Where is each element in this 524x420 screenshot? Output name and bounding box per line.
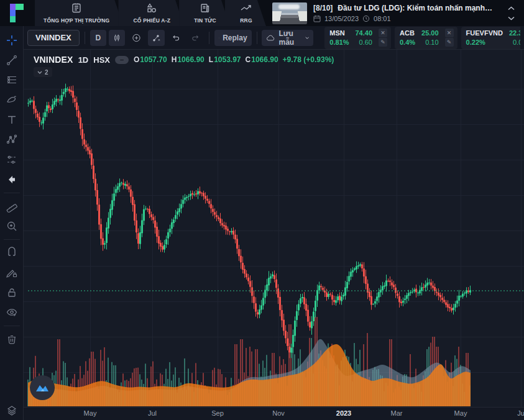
mountain-logo-icon [35, 383, 49, 393]
compare-add-button[interactable] [127, 30, 145, 46]
top-navigation: TỔNG HỢP THỊ TRƯỜNG CỔ PHIẾU A-Z TIN TỨC… [0, 0, 524, 26]
ticker-change: 0.10 [421, 39, 439, 46]
chart-legend: VNINDEX 1D HSX – O1057.70 H1066.90 L1053… [34, 55, 334, 65]
tab-market-summary[interactable]: TỔNG HỢP THỊ TRƯỜNG [35, 0, 123, 26]
replay-button[interactable]: Replay [214, 30, 252, 46]
time-axis[interactable]: May Jul Sep Nov 2023 Mar May Ju [24, 407, 524, 420]
chevron-down-icon [508, 16, 515, 21]
remove-ticker-button[interactable]: ✕ [379, 29, 387, 37]
undo-icon [172, 34, 180, 42]
drawing-mode-lock-tool[interactable] [2, 263, 21, 282]
symbol-search-input[interactable]: VNINDEX [27, 30, 80, 46]
watchlist-card-fuevfvnd[interactable]: FUEVFVND 22.31 › 0.22% 0.05 ✎ [461, 27, 520, 49]
lock-drawings-tool[interactable] [2, 283, 21, 302]
zoom-in-tool[interactable] [2, 217, 21, 235]
axis-label: Sep [211, 409, 224, 417]
ticker-percent: 0.81% [329, 39, 349, 46]
remove-ticker-button[interactable]: ✕ [445, 29, 454, 37]
axis-label: Ju [517, 409, 524, 417]
chevron-down-icon [305, 36, 309, 40]
watchlist-strip: MSN 74.40 ✕ 0.81% 0.60 ✎ ACB 25.00 ✕ 0.4… [316, 27, 520, 49]
redo-button[interactable] [187, 30, 204, 46]
broker-watermark-logo[interactable] [30, 375, 55, 400]
ticker-price: 74.40 [355, 29, 372, 37]
axis-label: May [454, 409, 467, 417]
divider [4, 239, 20, 240]
tab-rrg[interactable]: RRG [225, 0, 266, 26]
news-icon [200, 3, 211, 16]
tab-label: CỔ PHIẾU A-Z [133, 17, 170, 24]
cloud-icon [266, 34, 275, 42]
divider [209, 32, 209, 44]
ticker-percent: 0.22% [466, 39, 503, 46]
app-logo[interactable] [0, 0, 35, 26]
edit-ticker-button[interactable]: ✎ [445, 38, 454, 47]
measure-tool[interactable] [2, 197, 21, 216]
magnet-tool[interactable] [2, 244, 21, 262]
axis-label: May [84, 409, 97, 417]
ticker-change: 0.60 [355, 39, 372, 46]
axis-label: 2023 [336, 409, 351, 417]
collapse-toolbar-arrow[interactable] [2, 170, 21, 189]
news-thumbnail [272, 2, 307, 24]
crosshair-tool[interactable] [2, 31, 21, 50]
object-tree-layers-tool[interactable] [2, 401, 21, 420]
calendar-icon [313, 15, 321, 22]
pattern-tool[interactable] [2, 130, 21, 149]
chevron-down-icon [37, 71, 42, 74]
trend-line-tool[interactable] [2, 51, 21, 70]
change-value: +9.78 (+0.93%) [283, 55, 334, 64]
tab-news[interactable]: TIN TỨC [179, 0, 230, 26]
brush-tool[interactable] [2, 91, 21, 109]
hide-series-button[interactable]: – [115, 56, 129, 64]
news-meta: 13/05/2023 08:01 [313, 15, 493, 22]
stocks-az-icon [146, 3, 157, 16]
news-next-button[interactable] [504, 14, 518, 22]
undo-button[interactable] [167, 30, 184, 46]
market-summary-icon [71, 3, 82, 16]
position-tool[interactable] [2, 150, 21, 169]
fib-retracement-tool[interactable] [2, 71, 21, 89]
news-ticker[interactable]: [8/10]Đầu tư LDG (LDG): Kiểm toán nhấn m… [261, 0, 498, 26]
ticker-price: 22.31 [509, 29, 520, 37]
edit-ticker-button[interactable]: ✎ [379, 38, 387, 47]
watchlist-card-acb[interactable]: ACB 25.00 ✕ 0.4% 0.10 ✎ [395, 27, 457, 49]
indicators-button[interactable] [148, 30, 165, 46]
chart-toolbar: VNINDEX D Replay [24, 26, 524, 50]
news-date: 13/05/2023 [324, 15, 359, 22]
ticker-symbol: ACB [400, 29, 415, 37]
redo-icon [191, 34, 200, 42]
drawing-toolbar [0, 26, 24, 420]
legend-interval[interactable]: 1D [78, 55, 89, 65]
tab-label: TIN TỨC [194, 17, 216, 24]
ticker-change: 0.05 [509, 39, 520, 46]
chart-pane[interactable]: VNINDEX 1D HSX – O1057.70 H1066.90 L1053… [24, 50, 524, 420]
text-tool[interactable] [2, 111, 21, 129]
save-template-button[interactable]: Lưu mẫu [262, 30, 313, 46]
indicators-fx-icon [152, 33, 160, 43]
news-title[interactable]: [8/10]Đầu tư LDG (LDG): Kiểm toán nhấn m… [313, 4, 493, 12]
remove-drawings-tool[interactable] [2, 330, 21, 349]
divider [4, 326, 20, 326]
chevron-up-icon [508, 6, 515, 11]
app-logo-icon [10, 4, 25, 22]
axis-label: Nov [272, 409, 285, 417]
legend-symbol[interactable]: VNINDEX [34, 55, 73, 65]
news-prev-button[interactable] [504, 4, 518, 12]
legend-exchange: HSX [93, 55, 110, 65]
news-time: 08:01 [374, 15, 391, 22]
axis-label: Jul [148, 409, 157, 417]
tab-stocks-az[interactable]: CỔ PHIẾU A-Z [118, 0, 184, 26]
axis-label: Mar [391, 409, 403, 417]
divider [257, 32, 257, 44]
news-counter: [8/10] [313, 4, 333, 12]
ticker-percent: 0.4% [400, 39, 415, 46]
chart-type-button[interactable] [109, 30, 125, 46]
plus-circle-icon [132, 32, 141, 44]
legend-collapse-button[interactable]: 2 [34, 67, 52, 77]
watchlist-card-msn[interactable]: MSN 74.40 ✕ 0.81% 0.60 ✎ [324, 27, 391, 49]
interval-button[interactable]: D [90, 30, 106, 46]
tab-label: RRG [240, 17, 252, 24]
price-chart-canvas[interactable] [24, 50, 524, 407]
hide-drawings-tool[interactable] [2, 303, 21, 322]
